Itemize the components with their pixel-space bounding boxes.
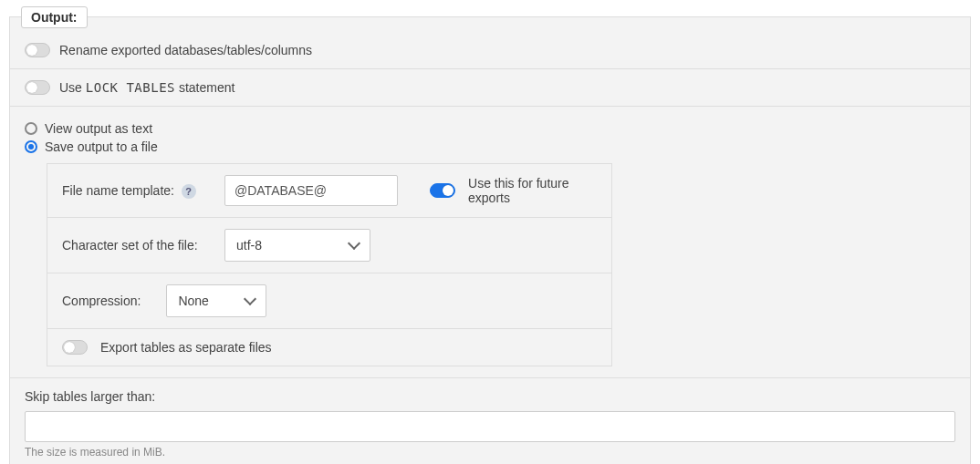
output-fieldset: Output: Rename exported databases/tables… bbox=[9, 16, 971, 464]
view-as-text-radio[interactable] bbox=[25, 122, 37, 135]
future-exports-label: Use this for future exports bbox=[468, 176, 597, 205]
compression-value: None bbox=[178, 294, 208, 308]
locktables-label: Use LOCK TABLES statement bbox=[59, 80, 235, 95]
rename-label: Rename exported databases/tables/columns bbox=[59, 43, 312, 57]
compression-label: Compression: bbox=[62, 294, 141, 308]
locktables-section: Use LOCK TABLES statement bbox=[10, 69, 970, 107]
separate-files-toggle[interactable] bbox=[62, 340, 88, 355]
save-to-file-label: Save output to a file bbox=[45, 139, 158, 154]
skip-label: Skip tables larger than: bbox=[25, 389, 955, 404]
chevron-down-icon bbox=[348, 237, 360, 250]
locktables-code: LOCK TABLES bbox=[86, 80, 175, 95]
view-as-text-label: View output as text bbox=[45, 121, 152, 136]
save-to-file-radio[interactable] bbox=[25, 140, 37, 153]
save-file-subpanel: File name template: ? Use this for futur… bbox=[47, 163, 612, 366]
rename-section: Rename exported databases/tables/columns bbox=[10, 17, 970, 69]
compression-select[interactable]: None bbox=[166, 284, 266, 317]
file-template-label: File name template: ? bbox=[62, 183, 212, 199]
charset-value: utf-8 bbox=[236, 238, 262, 253]
chevron-down-icon bbox=[244, 293, 256, 305]
output-mode-section: View output as text Save output to a fil… bbox=[10, 107, 970, 377]
skip-section: Skip tables larger than: The size is mea… bbox=[10, 377, 970, 464]
skip-input[interactable] bbox=[25, 411, 955, 442]
charset-label: Character set of the file: bbox=[62, 238, 212, 253]
locktables-toggle[interactable] bbox=[25, 80, 50, 95]
rename-toggle[interactable] bbox=[25, 43, 50, 57]
future-exports-toggle[interactable] bbox=[430, 183, 455, 198]
output-legend: Output: bbox=[21, 6, 88, 28]
help-icon[interactable]: ? bbox=[182, 184, 196, 199]
file-template-input[interactable] bbox=[224, 175, 398, 206]
separate-files-label: Export tables as separate files bbox=[100, 340, 272, 355]
skip-hint: The size is measured in MiB. bbox=[25, 446, 955, 459]
charset-select[interactable]: utf-8 bbox=[224, 229, 370, 262]
